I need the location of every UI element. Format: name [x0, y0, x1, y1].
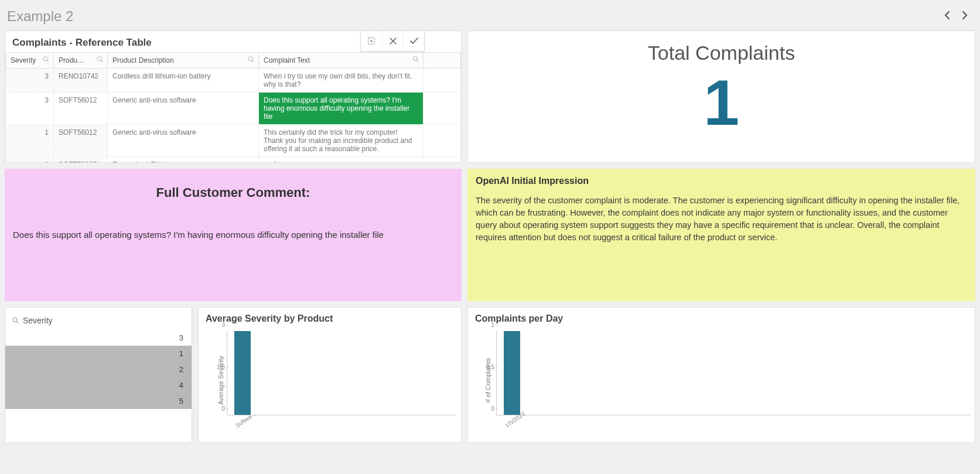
cell-complaint: When i try to use my own drill bits, the…	[259, 69, 424, 93]
svg-line-3	[47, 60, 49, 62]
card-title: Full Customer Comment:	[5, 169, 462, 206]
severity-filter-item[interactable]: 1	[5, 346, 192, 362]
chart-plot-area: 01.53Softwa…	[227, 331, 456, 415]
kpi-title: Total Complaints	[468, 42, 975, 64]
cancel-selection-button[interactable]	[382, 31, 403, 51]
lasso-select-button[interactable]	[361, 31, 382, 51]
svg-line-7	[252, 60, 254, 62]
y-tick: 1	[477, 322, 494, 328]
chart-plot-area: 00.511/5/2023	[496, 331, 970, 415]
cell-product: SOFT56012	[54, 125, 108, 157]
y-tick: 0	[207, 405, 225, 412]
full-comment-card: Full Customer Comment: Does this support…	[5, 169, 462, 301]
confirm-selection-button[interactable]	[403, 31, 424, 51]
cell-severity: 3	[6, 69, 54, 93]
cell-complaint: Does this support all operating systems?…	[259, 93, 424, 125]
svg-point-6	[248, 57, 252, 61]
cell-description: Cordless drill lithium-ion battery	[108, 69, 259, 93]
col-header-product[interactable]: Produ…	[54, 53, 108, 69]
y-tick: 1.5	[207, 363, 225, 370]
total-complaints-card: Total Complaints 1	[467, 30, 975, 163]
card-title: Complaints per Day	[468, 308, 975, 328]
search-icon	[12, 317, 19, 324]
chart-bar[interactable]	[234, 331, 251, 415]
cell-product: SOFT56012	[54, 93, 108, 125]
cell-spacer	[424, 93, 461, 125]
severity-filter-list: 31245	[5, 330, 192, 409]
cell-severity: 3	[6, 93, 54, 125]
search-icon[interactable]	[248, 56, 255, 65]
cell-spacer	[424, 69, 461, 93]
cell-complaint: This certainly did the trick for my comp…	[259, 125, 424, 157]
filter-header[interactable]: Severity	[5, 308, 192, 330]
filter-title: Severity	[23, 316, 53, 325]
comment-text: Does this support all operating systems?…	[5, 206, 462, 245]
prev-sheet-button[interactable]	[944, 11, 951, 23]
severity-filter-item[interactable]: 2	[5, 362, 192, 377]
cell-product: SOFT70207	[54, 157, 108, 163]
avg-severity-chart-card: Average Severity by Product Average Seve…	[198, 307, 462, 443]
search-icon[interactable]	[43, 56, 50, 65]
cell-product: RENO10742	[54, 69, 108, 93]
cell-severity: 1	[6, 157, 54, 163]
col-header-description[interactable]: Product Description	[108, 53, 259, 69]
svg-point-10	[13, 318, 17, 322]
cell-description: Enterprise VPN	[108, 157, 259, 163]
chart-bar[interactable]	[504, 331, 520, 415]
svg-point-4	[97, 57, 101, 61]
impression-text: The severity of the customer complaint i…	[476, 195, 967, 244]
severity-filter-card: Severity 31245	[5, 307, 192, 443]
sheet-nav	[944, 11, 968, 23]
table-row[interactable]: 3SOFT56012Generic anti-virus softwareDoe…	[6, 93, 461, 125]
next-sheet-button[interactable]	[961, 11, 968, 23]
kpi-value: 1	[468, 70, 975, 135]
check-icon	[409, 37, 419, 45]
complaints-per-day-chart[interactable]: # of Complaints 00.511/5/2023	[468, 328, 975, 433]
y-tick: 3	[207, 322, 225, 328]
svg-line-9	[416, 60, 418, 62]
svg-point-2	[43, 57, 47, 61]
close-icon	[389, 37, 397, 45]
severity-filter-item[interactable]: 4	[5, 377, 192, 393]
complaints-per-day-chart-card: Complaints per Day # of Complaints 00.51…	[467, 307, 975, 443]
severity-filter-item[interactable]: 3	[5, 330, 192, 346]
chevron-right-icon	[961, 11, 968, 20]
table-row[interactable]: 3RENO10742Cordless drill lithium-ion bat…	[6, 69, 461, 93]
complaints-table[interactable]: Severity Produ… Product Description Comp…	[5, 52, 461, 163]
col-header-severity[interactable]: Severity	[6, 53, 54, 69]
search-icon[interactable]	[97, 56, 104, 65]
col-header-complaint[interactable]: Complaint Text	[259, 53, 424, 69]
card-title: Average Severity by Product	[199, 308, 461, 328]
lasso-icon	[367, 36, 376, 46]
search-icon[interactable]	[412, 56, 419, 65]
y-tick: 0.5	[477, 363, 494, 370]
svg-line-11	[16, 321, 18, 323]
complaints-reference-table-card: Complaints - Reference Table Severity Pr…	[5, 30, 462, 163]
cell-spacer	[424, 157, 461, 163]
cell-description: Generic anti-virus software	[108, 93, 259, 125]
card-title: OpenAI Initial Impression	[476, 176, 967, 186]
col-header-spacer	[424, 53, 461, 69]
cell-spacer	[424, 125, 461, 157]
severity-filter-item[interactable]: 5	[5, 393, 192, 409]
avg-severity-chart[interactable]: Average Severity 01.53Softwa…	[199, 328, 461, 433]
svg-point-1	[370, 40, 372, 42]
impression-card: OpenAI Initial Impression The severity o…	[467, 169, 975, 301]
page-title: Example 2	[7, 8, 73, 25]
svg-point-8	[413, 57, 417, 61]
cell-severity: 1	[6, 125, 54, 157]
table-row[interactable]: 1SOFT56012Generic anti-virus softwareThi…	[6, 125, 461, 157]
cell-complaint: perfect	[259, 157, 424, 163]
selection-toolbar	[360, 31, 425, 52]
y-tick: 0	[477, 405, 494, 412]
cell-description: Generic anti-virus software	[108, 125, 259, 157]
table-row[interactable]: 1SOFT70207Enterprise VPNperfect	[6, 157, 461, 163]
svg-line-5	[101, 60, 103, 62]
chevron-left-icon	[944, 11, 951, 20]
